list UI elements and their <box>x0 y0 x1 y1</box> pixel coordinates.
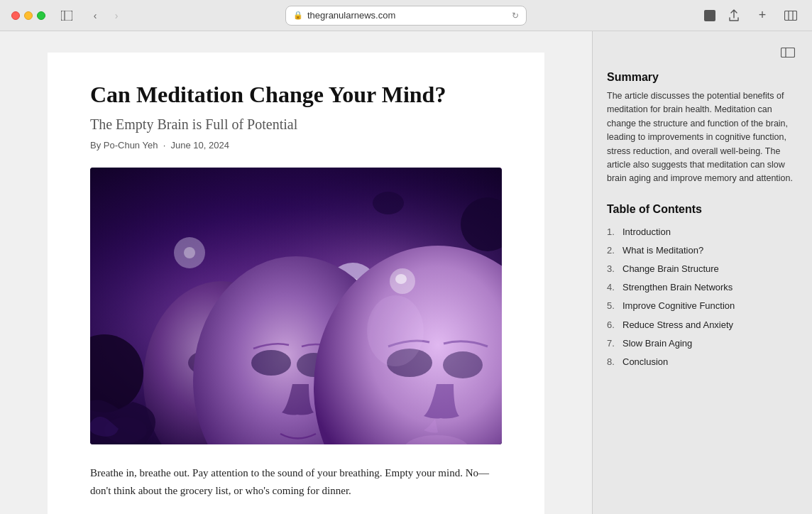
toc-item-num: 2. <box>607 244 620 257</box>
svg-point-17 <box>184 247 195 258</box>
summary-section: Summary The article discusses the potent… <box>607 71 798 186</box>
toc-item-num: 4. <box>607 281 620 294</box>
nav-buttons: ‹ › <box>85 6 126 26</box>
article-image <box>90 168 502 444</box>
svg-point-32 <box>443 351 483 378</box>
summary-text: The article discusses the potential bene… <box>607 89 798 186</box>
toc-item-num: 5. <box>607 300 620 312</box>
toc-item-num: 7. <box>607 337 620 350</box>
toc-item: 5.Improve Cognitive Function <box>607 297 798 315</box>
toc-item: 2.What is Meditation? <box>607 241 798 260</box>
article-card: Can Meditation Change Your Mind? The Emp… <box>48 53 544 514</box>
reader-sidebar: Summary The article discusses the potent… <box>592 31 812 514</box>
sidebar-icon <box>61 11 72 21</box>
toc-item-label[interactable]: Change Brain Structure <box>622 263 719 275</box>
browser-content: Can Meditation Change Your Mind? The Emp… <box>0 31 812 514</box>
panels-button[interactable] <box>781 6 801 26</box>
article-title: Can Meditation Change Your Mind? <box>90 81 502 108</box>
toc-item-num: 6. <box>607 319 620 332</box>
toc-list: 1.Introduction2.What is Meditation?3.Cha… <box>607 223 798 372</box>
reader-mode-icon <box>704 10 715 21</box>
byline-author: By Po-Chun Yeh <box>90 140 158 151</box>
share-icon <box>728 9 740 22</box>
toc-item: 1.Introduction <box>607 223 798 241</box>
reload-button[interactable]: ↻ <box>512 11 519 21</box>
toc-item-num: 1. <box>607 226 620 239</box>
back-button[interactable]: ‹ <box>85 6 105 26</box>
close-button[interactable] <box>11 11 20 20</box>
toc-item-label[interactable]: Improve Cognitive Function <box>622 300 735 312</box>
toc-item-label[interactable]: Slow Brain Aging <box>622 337 692 350</box>
share-button[interactable] <box>724 6 744 26</box>
toc-item: 7.Slow Brain Aging <box>607 334 798 353</box>
article-pane: Can Meditation Change Your Mind? The Emp… <box>0 31 592 514</box>
toc-item-num: 3. <box>607 263 620 275</box>
svg-point-27 <box>251 350 291 376</box>
svg-point-34 <box>367 295 424 366</box>
forward-button[interactable]: › <box>106 6 126 26</box>
toc-item-label[interactable]: Conclusion <box>622 356 668 368</box>
article-subtitle: The Empty Brain is Full of Potential <box>90 116 502 133</box>
new-tab-button[interactable]: + <box>752 6 772 26</box>
toc-section: Table of Contents 1.Introduction2.What i… <box>607 203 798 372</box>
sidebar-toggle-button[interactable] <box>57 6 77 26</box>
address-bar-container: 🔒 thegranularnews.com ↻ <box>264 6 548 26</box>
svg-rect-2 <box>785 11 797 20</box>
toc-item: 8.Conclusion <box>607 353 798 371</box>
svg-rect-37 <box>781 48 795 58</box>
toc-item-label[interactable]: Reduce Stress and Anxiety <box>622 319 733 332</box>
toc-item-num: 8. <box>607 356 620 368</box>
panels-icon <box>784 11 797 21</box>
svg-rect-0 <box>61 11 72 21</box>
traffic-lights <box>11 11 45 20</box>
toc-item: 3.Change Brain Structure <box>607 260 798 278</box>
toc-item-label[interactable]: Strengthen Brain Networks <box>622 281 733 294</box>
article-body: Breathe in, breathe out. Pay attention t… <box>90 464 502 500</box>
title-bar: ‹ › 🔒 thegranularnews.com ↻ + <box>0 0 812 31</box>
article-byline: By Po-Chun Yeh · June 10, 2024 <box>90 140 502 151</box>
sidebar-close-icon[interactable] <box>778 43 798 62</box>
hero-illustration <box>90 168 502 444</box>
maximize-button[interactable] <box>37 11 45 20</box>
sidebar-top-row <box>607 43 798 62</box>
toc-item-label[interactable]: What is Meditation? <box>622 244 703 257</box>
lock-icon: 🔒 <box>293 11 303 20</box>
toc-item-label[interactable]: Introduction <box>622 226 671 239</box>
toc-item: 4.Strengthen Brain Networks <box>607 278 798 297</box>
url-text: thegranularnews.com <box>307 10 395 21</box>
toc-item: 6.Reduce Stress and Anxiety <box>607 316 798 334</box>
minimize-button[interactable] <box>24 11 33 20</box>
address-bar[interactable]: 🔒 thegranularnews.com ↻ <box>285 6 527 26</box>
browser-window: ‹ › 🔒 thegranularnews.com ↻ + <box>0 0 812 514</box>
byline-date: June 10, 2024 <box>170 140 229 151</box>
toc-heading: Table of Contents <box>607 203 798 216</box>
summary-heading: Summary <box>607 71 798 84</box>
toolbar-right: + <box>704 6 801 26</box>
svg-point-19 <box>373 192 404 214</box>
svg-point-36 <box>395 274 407 284</box>
